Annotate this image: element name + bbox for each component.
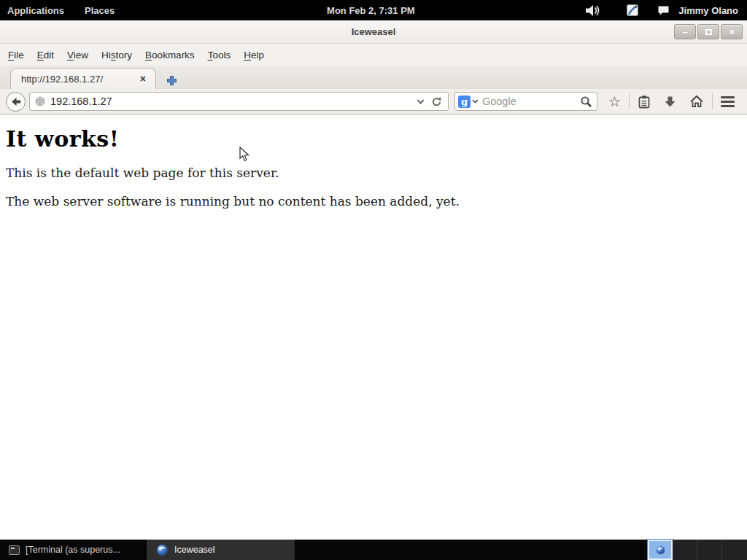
search-input[interactable] bbox=[482, 96, 577, 107]
menu-view[interactable]: View bbox=[61, 46, 95, 64]
pen-input-icon[interactable] bbox=[622, 0, 644, 20]
terminal-icon bbox=[9, 545, 20, 555]
volume-icon[interactable] bbox=[581, 0, 605, 20]
new-tab-button[interactable] bbox=[166, 75, 177, 86]
close-icon: × bbox=[729, 27, 735, 36]
magnifier-icon bbox=[580, 96, 592, 108]
search-button[interactable] bbox=[577, 96, 592, 108]
menu-edit[interactable]: Edit bbox=[31, 46, 61, 64]
menu-panel-button[interactable] bbox=[714, 93, 741, 110]
iceweasel-icon bbox=[156, 544, 169, 556]
back-button[interactable] bbox=[6, 92, 26, 112]
tab-title: http://192.168.1.27/ bbox=[21, 74, 136, 85]
toolbar-buttons: ☆ bbox=[602, 92, 741, 112]
workspace-4[interactable] bbox=[722, 540, 747, 560]
page-paragraph: The web server software is running but n… bbox=[6, 194, 741, 209]
workspace-switcher bbox=[647, 540, 747, 560]
menu-bookmarks[interactable]: Bookmarks bbox=[139, 46, 201, 64]
window-controls: – × bbox=[673, 24, 743, 39]
panel-menus: Applications Places bbox=[0, 0, 125, 20]
download-arrow-icon bbox=[664, 96, 676, 108]
page-heading: It works! bbox=[6, 126, 741, 152]
star-icon: ☆ bbox=[608, 95, 621, 109]
menu-tools[interactable]: Tools bbox=[201, 46, 238, 64]
site-identity-globe-icon[interactable] bbox=[34, 96, 46, 107]
home-button[interactable] bbox=[683, 92, 711, 111]
taskbar-item-label: Iceweasel bbox=[174, 545, 215, 555]
window-title: Iceweasel bbox=[74, 26, 673, 37]
iceweasel-mini-icon bbox=[656, 545, 665, 555]
navigation-toolbar: g ☆ bbox=[0, 89, 747, 114]
taskbar-item-terminal[interactable]: [Terminal (as superus... bbox=[0, 540, 147, 560]
search-engine-selector[interactable]: g bbox=[458, 96, 479, 108]
toolbar-separator bbox=[629, 93, 630, 109]
downloads-button[interactable] bbox=[657, 93, 683, 111]
gnome-top-panel: Applications Places Mon Feb 2, 7:31 PM bbox=[0, 0, 747, 20]
mouse-cursor bbox=[239, 147, 249, 162]
url-input[interactable] bbox=[50, 96, 413, 107]
applications-menu[interactable]: Applications bbox=[0, 0, 74, 20]
tab-bar: http://192.168.1.27/ × bbox=[0, 66, 747, 89]
bookmark-star-button[interactable]: ☆ bbox=[602, 92, 627, 112]
menu-history[interactable]: History bbox=[95, 46, 139, 64]
panel-status-area: Jimmy Olano bbox=[581, 0, 747, 20]
url-history-dropdown[interactable] bbox=[413, 96, 428, 107]
tab-active[interactable]: http://192.168.1.27/ × bbox=[10, 68, 156, 89]
new-tab-icon bbox=[166, 75, 177, 86]
taskbar-item-label: [Terminal (as superus... bbox=[26, 545, 120, 555]
clock[interactable]: Mon Feb 2, 7:31 PM bbox=[327, 5, 415, 16]
reload-icon bbox=[431, 96, 442, 107]
chat-icon[interactable] bbox=[653, 0, 674, 20]
page-paragraph: This is the default web page for this se… bbox=[6, 166, 741, 180]
minimize-button[interactable]: – bbox=[674, 24, 696, 39]
toolbar-separator bbox=[712, 93, 713, 109]
home-icon bbox=[689, 95, 704, 108]
back-arrow-icon bbox=[11, 97, 21, 106]
menu-help[interactable]: Help bbox=[237, 46, 271, 64]
minimize-icon: – bbox=[682, 27, 687, 36]
workspace-2[interactable] bbox=[673, 540, 697, 560]
desktop: Applications Places Mon Feb 2, 7:31 PM bbox=[0, 0, 747, 560]
workspace-1[interactable] bbox=[648, 540, 673, 560]
tab-close-icon[interactable]: × bbox=[136, 73, 150, 85]
maximize-icon bbox=[705, 29, 712, 35]
window-titlebar[interactable]: Iceweasel – × bbox=[0, 20, 747, 44]
hamburger-icon bbox=[721, 96, 735, 98]
clipboard-icon bbox=[638, 95, 651, 109]
page-content: It works! This is the default web page f… bbox=[0, 114, 747, 540]
search-bar[interactable]: g bbox=[454, 92, 597, 111]
reload-button[interactable] bbox=[428, 94, 445, 109]
browser-menubar: File Edit View History Bookmarks Tools H… bbox=[0, 44, 747, 66]
close-button[interactable]: × bbox=[721, 24, 743, 39]
bookmarks-menu-button[interactable] bbox=[631, 92, 657, 112]
maximize-button[interactable] bbox=[697, 24, 719, 39]
url-bar[interactable] bbox=[29, 92, 449, 111]
places-menu[interactable]: Places bbox=[74, 0, 125, 20]
menu-file[interactable]: File bbox=[1, 46, 31, 64]
taskbar-item-iceweasel[interactable]: Iceweasel bbox=[147, 540, 295, 560]
google-favicon: g bbox=[458, 96, 471, 108]
user-menu[interactable]: Jimmy Olano bbox=[676, 5, 741, 16]
workspace-3[interactable] bbox=[697, 540, 722, 560]
bottom-taskbar: [Terminal (as superus... Iceweasel bbox=[0, 540, 747, 560]
chevron-down-icon bbox=[417, 99, 425, 104]
chevron-down-icon bbox=[472, 99, 479, 104]
